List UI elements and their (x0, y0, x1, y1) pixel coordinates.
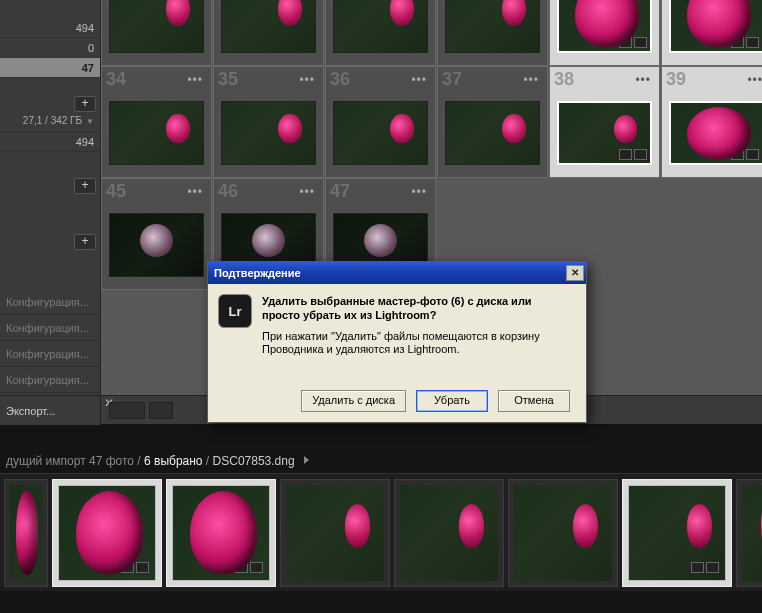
thumb-badge (691, 562, 719, 573)
thumbnail[interactable] (333, 0, 428, 53)
dialog-message: Удалить выбранные мастер-фото (6) с диск… (262, 294, 572, 322)
cancel-button[interactable]: Отмена (498, 390, 570, 412)
cell-number: 37 (442, 69, 462, 90)
more-icon[interactable]: ••• (187, 185, 203, 199)
thumbnail[interactable] (286, 485, 384, 581)
delete-from-disk-button[interactable]: Удалить с диска (301, 390, 406, 412)
thumbnail[interactable] (669, 101, 762, 165)
grid-cell[interactable]: 37 ••• (437, 66, 548, 178)
filmstrip-cell-selected[interactable] (622, 479, 732, 587)
dialog-body: Lr Удалить выбранные мастер-фото (6) с д… (208, 284, 586, 422)
add-icon[interactable]: + (74, 96, 96, 112)
thumbnail[interactable] (58, 485, 156, 581)
breadcrumb[interactable]: дущий импорт 47 фото / 6 выбрано / DSC07… (0, 452, 762, 472)
chevron-down-icon: ▼ (86, 111, 94, 133)
thumbnail[interactable] (557, 101, 652, 165)
add-icon[interactable]: + (74, 234, 96, 250)
grid-cell[interactable]: ••• (101, 0, 212, 66)
grid-cell[interactable]: 45 ••• (101, 178, 212, 290)
config-item[interactable]: Конфигурация... (0, 341, 100, 367)
thumbnail[interactable] (109, 0, 204, 53)
export-button[interactable]: Экспорт... (0, 395, 100, 425)
thumbnail[interactable] (742, 485, 762, 581)
thumb-badge (619, 149, 647, 160)
grid-cell-selected[interactable]: 39 ••• (661, 66, 762, 178)
thumbnail[interactable] (109, 101, 204, 165)
cell-number: 34 (106, 69, 126, 90)
dialog-titlebar[interactable]: Подтверждение ✕ (208, 262, 586, 284)
grid-cell[interactable]: ••• (325, 0, 436, 66)
thumb-badge (235, 562, 263, 573)
thumb-badge (731, 149, 759, 160)
thumbnail[interactable] (669, 0, 762, 53)
thumbnail[interactable] (221, 101, 316, 165)
more-icon[interactable]: ••• (411, 185, 427, 199)
more-icon[interactable]: ••• (187, 73, 203, 87)
thumbnail[interactable] (557, 0, 652, 53)
filmstrip-cell[interactable] (280, 479, 390, 587)
filmstrip-cell[interactable] (394, 479, 504, 587)
more-icon[interactable]: ••• (523, 73, 539, 87)
cell-number: 39 (666, 69, 686, 90)
config-item[interactable]: Конфигурация... (0, 289, 100, 315)
close-icon[interactable]: ✕ (566, 265, 584, 281)
breadcrumb-selection: 6 выбрано (144, 454, 203, 468)
more-icon[interactable]: ••• (635, 73, 651, 87)
thumbnail[interactable] (221, 0, 316, 53)
config-preset-list: Конфигурация... Конфигурация... Конфигур… (0, 289, 100, 393)
chevron-right-icon[interactable] (304, 456, 309, 464)
remove-button[interactable]: Убрать (416, 390, 488, 412)
view-loupe-button[interactable] (149, 402, 173, 419)
grid-cell[interactable]: 35 ••• (213, 66, 324, 178)
breadcrumb-source: дущий импорт 47 фото (6, 454, 134, 468)
filmstrip[interactable] (0, 473, 762, 591)
grid-cell[interactable]: ••• (213, 0, 324, 66)
confirm-dialog: Подтверждение ✕ Lr Удалить выбранные мас… (207, 261, 587, 423)
thumbnail[interactable] (172, 485, 270, 581)
thumb-badge (619, 37, 647, 48)
grid-cell[interactable]: 36 ••• (325, 66, 436, 178)
thumbnail[interactable] (628, 485, 726, 581)
stat-group: 494 0 47 (0, 18, 100, 78)
thumbnail[interactable] (400, 485, 498, 581)
more-icon[interactable]: ••• (299, 185, 315, 199)
dialog-info: При нажатии "Удалить" файлы помещаются в… (262, 330, 572, 356)
grid-cell-selected[interactable]: 38 ••• (549, 66, 660, 178)
filmstrip-cell[interactable] (508, 479, 618, 587)
more-icon[interactable]: ••• (411, 73, 427, 87)
grid-cell-selected[interactable]: ••• (549, 0, 660, 66)
cell-number: 36 (330, 69, 350, 90)
filmstrip-cell-selected[interactable] (52, 479, 162, 587)
cell-number: 38 (554, 69, 574, 90)
thumbnail[interactable] (10, 485, 42, 581)
grid-cell-selected[interactable] (661, 0, 762, 66)
config-item[interactable]: Конфигурация... (0, 315, 100, 341)
stat-row: 494 (0, 18, 100, 38)
add-icon[interactable]: + (74, 178, 96, 194)
disk-usage[interactable]: 27,1 / 342 ГБ▼ (0, 110, 100, 132)
disk-count: 494 (0, 132, 100, 152)
thumb-badge (731, 37, 759, 48)
more-icon[interactable]: ••• (747, 73, 762, 87)
more-icon[interactable]: ••• (299, 73, 315, 87)
filmstrip-cell-selected[interactable] (166, 479, 276, 587)
filmstrip-cell[interactable] (4, 479, 48, 587)
view-grid-button[interactable] (109, 402, 145, 419)
disk-usage-label: 27,1 / 342 ГБ (23, 115, 82, 126)
filmstrip-cell[interactable] (736, 479, 762, 587)
cell-number: 35 (218, 69, 238, 90)
thumbnail[interactable] (514, 485, 612, 581)
grid-row: ••• ••• ••• ••• ••• (101, 0, 762, 66)
thumbnail[interactable] (445, 0, 540, 53)
filmstrip-footer (0, 591, 762, 613)
grid-cell[interactable]: 34 ••• (101, 66, 212, 178)
stat-row-selected[interactable]: 47 (0, 58, 100, 78)
thumbnail[interactable] (109, 213, 204, 277)
thumbnail[interactable] (445, 101, 540, 165)
thumbnail[interactable] (333, 101, 428, 165)
config-item[interactable]: Конфигурация... (0, 367, 100, 393)
breadcrumb-filename: DSC07853.dng (213, 454, 295, 468)
grid-cell[interactable]: ••• (437, 0, 548, 66)
dialog-button-row: Удалить с диска Убрать Отмена (208, 390, 586, 412)
cell-number: 46 (218, 181, 238, 202)
